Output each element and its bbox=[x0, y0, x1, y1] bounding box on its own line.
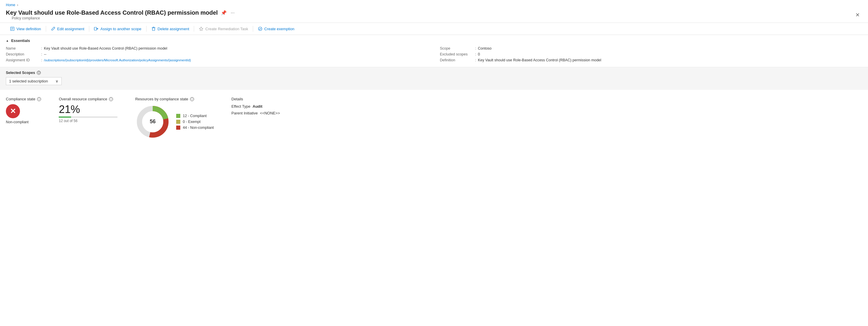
edit-assignment-label: Edit assignment bbox=[57, 27, 85, 31]
essentials-definition-label: Definition bbox=[440, 58, 475, 62]
separator-3 bbox=[146, 26, 147, 32]
overall-bar bbox=[59, 117, 118, 118]
essentials-name-value: Key Vault should use Role-Based Access C… bbox=[44, 46, 167, 51]
assign-scope-label: Assign to another scope bbox=[100, 27, 141, 31]
selected-scopes-text: Selected Scopes bbox=[6, 71, 35, 75]
delete-assignment-label: Delete assignment bbox=[158, 27, 189, 31]
breadcrumb-separator: › bbox=[17, 3, 18, 7]
legend-exempt: 0 - Exempt bbox=[176, 120, 214, 124]
page-header: Key Vault should use Role-Based Access C… bbox=[0, 8, 868, 23]
assign-scope-icon bbox=[94, 26, 99, 31]
essentials-scope-label: Scope bbox=[440, 46, 475, 51]
breadcrumb-home[interactable]: Home bbox=[6, 3, 15, 7]
compliance-state-label: Compliance state bbox=[6, 97, 35, 101]
essentials-assignment-value: /subscriptions/{subscriptionId}/provider… bbox=[44, 58, 191, 62]
non-compliant-swatch bbox=[176, 126, 180, 130]
essentials-section: ▲ Essentials Name : Key Vault should use… bbox=[0, 35, 868, 67]
essentials-scope-row: Scope : Contoso bbox=[440, 46, 862, 51]
edit-assignment-button[interactable]: Edit assignment bbox=[47, 25, 89, 33]
essentials-definition-row: Definition : Key Vault should use Role-B… bbox=[440, 58, 862, 62]
parent-initiative-row: Parent Initiative <<NONE>> bbox=[231, 111, 280, 115]
view-definition-label: View definition bbox=[17, 27, 41, 31]
scope-section: Selected Scopes ⓘ 1 selected subscriptio… bbox=[0, 67, 868, 90]
essentials-grid: Name : Key Vault should use Role-Based A… bbox=[6, 46, 862, 62]
separator-5 bbox=[253, 26, 253, 32]
essentials-description-row: Description : -- bbox=[6, 52, 428, 56]
create-exemption-label: Create exemption bbox=[264, 27, 294, 31]
donut-center-value: 56 bbox=[150, 119, 156, 124]
toolbar: View definition Edit assignment Assign t… bbox=[0, 23, 868, 35]
assign-scope-button[interactable]: Assign to another scope bbox=[90, 25, 145, 33]
resources-by-state-block: Resources by compliance state ⓘ 56 12 bbox=[135, 97, 214, 139]
details-title: Details bbox=[231, 97, 280, 101]
details-content: Effect Type Audit Parent Initiative <<NO… bbox=[231, 104, 280, 115]
compliant-label: 12 - Compliant bbox=[183, 114, 207, 118]
separator-2 bbox=[89, 26, 89, 32]
scope-dropdown-value: 1 selected subscription bbox=[9, 79, 48, 83]
exemption-icon bbox=[258, 26, 262, 31]
details-block: Details Effect Type Audit Parent Initiat… bbox=[231, 97, 280, 115]
essentials-excluded-value: 0 bbox=[478, 52, 480, 56]
essentials-description-value: -- bbox=[44, 52, 46, 56]
svg-point-9 bbox=[258, 27, 262, 31]
separator-1 bbox=[46, 26, 46, 32]
resources-info-icon: ⓘ bbox=[190, 97, 194, 101]
essentials-chevron: ▲ bbox=[6, 39, 9, 42]
donut-area: 56 12 - Compliant 0 - Exempt 44 - Non-co… bbox=[135, 104, 214, 139]
donut-chart: 56 bbox=[135, 104, 170, 139]
close-button[interactable]: ✕ bbox=[853, 10, 862, 20]
compliance-state-icon: ✕ bbox=[6, 104, 20, 118]
scope-info-icon: ⓘ bbox=[37, 71, 41, 75]
create-remediation-button: Create Remediation Task bbox=[195, 25, 252, 33]
scope-label: Selected Scopes ⓘ bbox=[6, 71, 862, 75]
compliance-state-info-icon: ⓘ bbox=[37, 97, 41, 101]
resources-by-state-title: Resources by compliance state ⓘ bbox=[135, 97, 214, 101]
exempt-swatch bbox=[176, 120, 180, 124]
compliance-state-title: Compliance state ⓘ bbox=[6, 97, 41, 101]
overall-bar-fill bbox=[59, 117, 71, 118]
essentials-description-label: Description bbox=[6, 52, 41, 56]
more-options-icon[interactable]: ··· bbox=[231, 10, 235, 15]
non-compliant-label: 44 - Non-compliant bbox=[183, 126, 214, 130]
details-label: Details bbox=[231, 97, 243, 101]
non-compliant-label: Non-compliant bbox=[6, 120, 41, 124]
essentials-name-label: Name bbox=[6, 46, 41, 51]
essentials-assignment-label: Assignment ID bbox=[6, 58, 41, 62]
essentials-header[interactable]: ▲ Essentials bbox=[6, 38, 862, 43]
create-exemption-button[interactable]: Create exemption bbox=[254, 25, 299, 33]
svg-rect-4 bbox=[94, 27, 97, 30]
essentials-definition-value: Key Vault should use Role-Based Access C… bbox=[478, 58, 601, 62]
delete-assignment-button[interactable]: Delete assignment bbox=[147, 25, 193, 33]
essentials-name-row: Name : Key Vault should use Role-Based A… bbox=[6, 46, 428, 51]
delete-icon bbox=[151, 26, 156, 31]
edit-icon bbox=[51, 26, 56, 31]
remediation-icon bbox=[199, 26, 204, 31]
svg-rect-6 bbox=[152, 28, 155, 31]
overall-compliance-block: Overall resource compliance ⓘ 21% 12 out… bbox=[59, 97, 118, 123]
exempt-label: 0 - Exempt bbox=[183, 120, 200, 124]
parent-initiative-value: <<NONE>> bbox=[260, 111, 280, 115]
page-title: Key Vault should use Role-Based Access C… bbox=[6, 9, 218, 16]
essentials-excluded-row: Excluded scopes : 0 bbox=[440, 52, 862, 56]
essentials-scope-value: Contoso bbox=[478, 46, 492, 51]
breadcrumb: Home › bbox=[0, 0, 868, 8]
effect-type-label: Effect Type bbox=[231, 104, 250, 108]
compliant-swatch bbox=[176, 114, 180, 118]
create-remediation-label: Create Remediation Task bbox=[205, 27, 248, 31]
parent-initiative-label: Parent Initiative bbox=[231, 111, 258, 115]
effect-type-value: Audit bbox=[252, 104, 262, 108]
x-mark-icon: ✕ bbox=[10, 108, 16, 115]
pin-icon[interactable]: 📌 bbox=[221, 10, 227, 15]
overall-compliance-label: Overall resource compliance bbox=[59, 97, 107, 101]
overall-detail: 12 out of 56 bbox=[59, 119, 118, 123]
separator-4 bbox=[194, 26, 194, 32]
scope-dropdown[interactable]: 1 selected subscription ∨ bbox=[6, 77, 62, 85]
legend-non-compliant: 44 - Non-compliant bbox=[176, 126, 214, 130]
donut-legend: 12 - Compliant 0 - Exempt 44 - Non-compl… bbox=[176, 114, 214, 130]
view-definition-button[interactable]: View definition bbox=[6, 25, 45, 33]
overall-compliance-info-icon: ⓘ bbox=[109, 97, 113, 101]
essentials-assignment-row: Assignment ID : /subscriptions/{subscrip… bbox=[6, 58, 428, 62]
overall-percent: 21% bbox=[59, 104, 118, 115]
resources-by-state-label: Resources by compliance state bbox=[135, 97, 188, 101]
legend-compliant: 12 - Compliant bbox=[176, 114, 214, 118]
